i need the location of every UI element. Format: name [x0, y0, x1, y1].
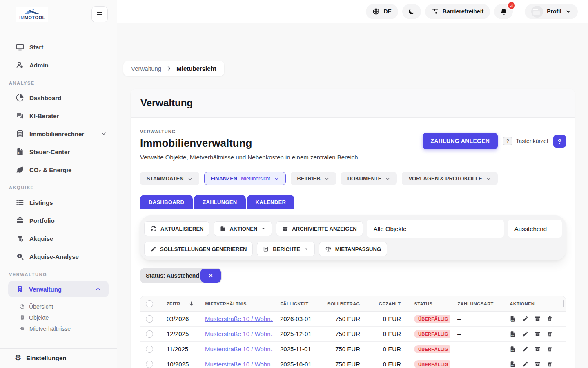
section-title-analyse: ANALYSE — [0, 74, 117, 89]
submenu-item-uebersicht[interactable]: Übersicht — [20, 302, 117, 311]
due-date-cell: 2025-12-01 — [273, 326, 321, 341]
sidebar-item-steuer-center[interactable]: $ Steuer-Center — [0, 143, 117, 161]
sidebar-item-label: Admin — [29, 62, 49, 69]
column-header-status[interactable]: STATUS — [407, 296, 450, 311]
tab-finanzen[interactable]: FINANZEN Mietübersicht — [204, 172, 286, 185]
sidebar-item-admin[interactable]: Admin — [0, 56, 117, 74]
amount-due-cell: 750 EUR — [321, 341, 366, 357]
object-filter-select[interactable]: Alle Objekte — [367, 220, 504, 238]
reports-dropdown-button[interactable]: BERICHTE — [257, 242, 314, 256]
amount-due-cell: 750 EUR — [321, 357, 366, 368]
tab-vorlagen-protokolle[interactable]: VORLAGEN & PROTOKOLLE — [402, 172, 497, 185]
remove-filter-button[interactable]: ✕ — [200, 269, 221, 283]
help-button[interactable]: ? — [553, 135, 566, 148]
tab-stammdaten[interactable]: STAMMDATEN — [140, 172, 199, 185]
tab-zahlungen[interactable]: ZAHLUNGEN — [194, 195, 245, 209]
generate-debits-button[interactable]: SOLLSTELLUNGEN GENERIEREN — [144, 242, 253, 256]
column-header-zeitraum[interactable]: ZEITR... — [167, 301, 194, 306]
pdf-export-icon[interactable]: PDF — [510, 331, 516, 337]
module-tabs: STAMMDATEN FINANZEN Mietübersicht BETRIE… — [140, 172, 566, 185]
sidebar-item-listings[interactable]: Listings — [0, 193, 117, 211]
topbar: DE Barrierefreiheit 3 Profil — [117, 0, 588, 23]
column-header-aktionen[interactable]: AKTIONEN — [499, 296, 566, 311]
column-header-faelligkeit[interactable]: FÄLLIGKEIT... — [273, 296, 321, 311]
archive-icon[interactable] — [535, 361, 541, 367]
leaf-icon — [16, 166, 24, 174]
sidebar-item-einstellungen[interactable]: ⚙ Einstellungen — [15, 354, 107, 361]
column-header-zahlungsart[interactable]: ZAHLUNGSART — [450, 296, 499, 311]
toolbar-row-2: SOLLSTELLUNGEN GENERIEREN BERICHTE MIETA… — [144, 242, 562, 256]
column-header-sollbetrag[interactable]: SOLLBETRAG — [321, 296, 366, 311]
sidebar-item-start[interactable]: Start — [0, 38, 117, 56]
sidebar-item-label: Listings — [29, 199, 53, 206]
trash-icon[interactable] — [547, 361, 553, 367]
tenancy-link[interactable]: Musterstraße 10 / Wohn... — [205, 315, 273, 322]
sidebar-item-ki-berater[interactable]: KI-Berater — [0, 107, 117, 125]
edit-icon[interactable] — [522, 346, 528, 352]
row-select-radio[interactable] — [146, 330, 153, 338]
archive-icon[interactable] — [535, 331, 541, 337]
tab-dashboard[interactable]: DASHBOARD — [140, 195, 193, 209]
tenancy-link[interactable]: Musterstraße 10 / Wohn... — [205, 330, 273, 337]
rent-adjustment-button[interactable]: MIETANPASSUNG — [319, 242, 387, 256]
column-header-gezahlt[interactable]: GEZAHLT — [366, 296, 407, 311]
language-button[interactable]: DE — [366, 4, 398, 19]
tab-dokumente[interactable]: DOKUMENTE — [341, 172, 397, 185]
monitor-icon — [16, 43, 24, 51]
pie-chart-icon — [16, 94, 24, 102]
building-icon — [16, 285, 24, 293]
tenancy-link[interactable]: Musterstraße 10 / Wohn... — [205, 346, 273, 352]
archive-icon[interactable] — [535, 316, 541, 322]
edit-icon[interactable] — [522, 316, 528, 322]
create-payment-button[interactable]: ZAHLUNG ANLEGEN — [423, 133, 498, 149]
row-select-radio[interactable] — [146, 361, 153, 368]
tax-document-icon: $ — [16, 148, 24, 156]
sidebar-toggle-button[interactable] — [91, 6, 108, 22]
archive-icon[interactable] — [535, 346, 541, 352]
sidebar: IMMOTOOL Start Admin ANALYSE Dashboard — [0, 0, 117, 368]
accessibility-button[interactable]: Barrierefreiheit — [425, 4, 490, 19]
breadcrumb-parent[interactable]: Verwaltung — [131, 65, 161, 72]
sidebar-item-dashboard[interactable]: Dashboard — [0, 89, 117, 107]
row-select-radio[interactable] — [146, 315, 153, 323]
actions-dropdown-button[interactable]: AKTIONEN — [214, 221, 272, 236]
tab-betrieb[interactable]: BETRIEB — [291, 172, 336, 185]
sidebar-item-portfolio[interactable]: Portfolio — [0, 211, 117, 229]
sidebar-submenu: Übersicht Objekte Mietverhältnisse — [0, 298, 117, 338]
moon-icon — [408, 8, 415, 16]
sidebar-item-label: Start — [29, 44, 43, 51]
pdf-export-icon[interactable]: PDF — [510, 346, 516, 352]
show-archived-button[interactable]: ARCHIVIERTE ANZEIGEN — [276, 221, 363, 236]
sidebar-item-akquise-analyse[interactable]: $ Akquise-Analyse — [0, 247, 117, 265]
edit-icon[interactable] — [522, 331, 528, 337]
sidebar-item-akquise[interactable]: $ Akquise — [0, 229, 117, 247]
button-label: SOLLSTELLUNGEN GENERIEREN — [160, 246, 247, 252]
sidebar-item-immobilienrechner[interactable]: Immobilienrechner — [0, 125, 117, 143]
caret-down-icon — [261, 226, 266, 231]
refresh-button[interactable]: AKTUALISIEREN — [144, 221, 209, 236]
table-scrollbar-thumb[interactable] — [563, 300, 564, 307]
dark-mode-toggle[interactable] — [402, 4, 421, 19]
sidebar-item-verwaltung[interactable]: Verwaltung — [8, 281, 109, 297]
trash-icon[interactable] — [547, 346, 553, 352]
tenancy-link[interactable]: Musterstraße 10 / Wohn... — [205, 361, 273, 368]
submenu-item-mietverhaeltnisse[interactable]: Mietverhältnisse — [20, 324, 117, 333]
trash-icon[interactable] — [547, 331, 553, 337]
pdf-export-icon[interactable]: PDF — [510, 361, 516, 368]
sidebar-item-co2-energie[interactable]: CO₂ & Energie — [0, 161, 117, 179]
pdf-export-icon[interactable]: PDF — [510, 316, 516, 322]
select-all-radio[interactable] — [146, 300, 153, 307]
edit-icon[interactable] — [522, 361, 528, 367]
tab-kalender[interactable]: KALENDER — [247, 195, 295, 209]
app-logo[interactable]: IMMOTOOL — [16, 7, 48, 22]
notifications-button[interactable]: 3 — [494, 4, 513, 19]
chat-bubbles-icon — [16, 112, 24, 120]
column-header-mietverhaeltnis[interactable]: MIETVERHÄLTNIS — [198, 296, 273, 311]
accessibility-label: Barrierefreiheit — [443, 8, 483, 15]
row-select-radio[interactable] — [146, 346, 153, 353]
submenu-item-objekte[interactable]: Objekte — [20, 313, 117, 322]
trash-icon[interactable] — [547, 316, 553, 322]
status-filter-select[interactable]: Ausstehend — [508, 220, 562, 238]
chevron-down-icon — [565, 9, 571, 15]
profile-button[interactable]: Profil — [525, 4, 578, 19]
